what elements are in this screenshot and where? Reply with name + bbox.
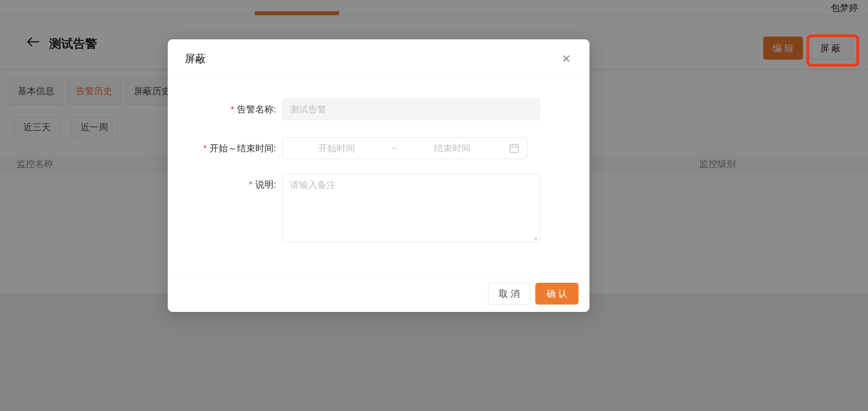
date-range-picker[interactable]: ~ <box>282 137 528 159</box>
description-label: * 说明: <box>168 174 282 195</box>
alert-name-input[interactable] <box>282 98 540 120</box>
dialog-body: * 告警名称: * 开始～结束时间: ~ <box>168 98 589 243</box>
required-asterisk: * <box>249 179 253 190</box>
dialog-footer: 取 消 确 认 <box>168 275 589 312</box>
form-row-time-range: * 开始～结束时间: ~ <box>168 137 589 159</box>
form-row-description: * 说明: <box>168 174 589 243</box>
shield-dialog: 屏蔽 × * 告警名称: * 开始～结束时间: ~ <box>168 39 589 312</box>
close-icon[interactable]: × <box>557 50 575 68</box>
cancel-button[interactable]: 取 消 <box>488 283 530 305</box>
end-time-input[interactable] <box>398 143 506 154</box>
time-range-label: * 开始～结束时间: <box>168 137 282 159</box>
calendar-icon <box>509 143 519 154</box>
required-asterisk: * <box>203 143 207 154</box>
alert-name-label: * 告警名称: <box>168 98 282 120</box>
form-row-alert-name: * 告警名称: <box>168 98 589 120</box>
range-separator: ~ <box>390 143 398 154</box>
start-time-input[interactable] <box>283 143 390 154</box>
resize-handle-icon[interactable] <box>532 235 538 241</box>
description-textarea[interactable] <box>282 174 540 243</box>
dialog-title: 屏蔽 <box>185 39 206 78</box>
dialog-header: 屏蔽 × <box>168 39 589 78</box>
app-root: 包梦婷 测试告警 编 辑 屏 蔽 基本信息 告警历史 屏蔽历史 近三天 近一周 … <box>0 0 868 411</box>
confirm-button[interactable]: 确 认 <box>535 283 579 305</box>
required-asterisk: * <box>231 104 234 115</box>
